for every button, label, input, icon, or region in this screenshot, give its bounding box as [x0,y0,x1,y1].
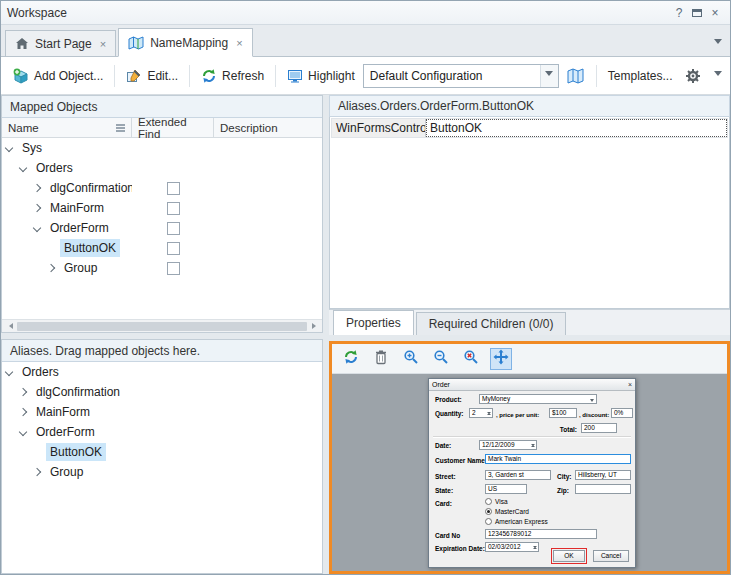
date-label: Date: [435,442,451,450]
tree-name-cell: ButtonOK [2,443,322,461]
editor-tabstrip: Properties Required Children (0/0) [329,309,730,335]
order-dialog-preview: Order × Product: MyMoney Quantity: 2 , p… [428,378,636,568]
tree-name-cell: ButtonOK [2,239,132,257]
toolbar-separator [114,65,115,87]
expand-chevron-icon[interactable] [19,388,27,396]
column-header-extended-find[interactable]: Extended Find [132,118,214,137]
close-button[interactable]: × [706,4,724,22]
total-field: 200 [581,423,617,433]
tab-list-dropdown-icon[interactable] [714,37,722,51]
configuration-value: Default Configuration [364,69,540,83]
pan-icon [493,349,509,368]
collapse-chevron-icon[interactable] [19,164,27,172]
help-button[interactable]: ? [670,4,688,22]
configuration-combobox[interactable]: Default Configuration [363,64,559,88]
settings-button[interactable] [681,64,705,88]
radio-label: MasterCard [495,508,529,515]
object-name-cell[interactable]: ButtonOK [426,119,727,137]
preview-delete-button[interactable] [370,348,392,370]
expand-chevron-icon[interactable] [47,264,55,272]
tab-label: Start Page [35,37,92,51]
refresh-button[interactable]: Refresh [197,64,268,88]
ok-button-highlight: OK [551,548,587,564]
extended-find-checkbox[interactable] [167,182,180,195]
combo-dropdown-icon[interactable] [540,65,558,87]
toolbar-overflow-icon[interactable] [714,69,722,83]
column-header-description[interactable]: Description [214,118,322,137]
tree-item-buttonok[interactable]: ButtonOK [2,238,322,258]
tree-item-orders[interactable]: Orders [2,158,322,178]
preview-pan-button[interactable] [490,348,512,370]
expand-chevron-icon[interactable] [33,468,41,476]
tab-namemapping[interactable]: NameMapping × [118,28,252,57]
aliases-tree: OrdersdlgConfirmationMainFormOrderFormBu… [2,362,322,573]
tab-close-icon[interactable]: × [236,37,242,49]
scroll-right-icon[interactable] [308,320,322,332]
toolbar-separator [275,65,276,87]
tab-required-children[interactable]: Required Children (0/0) [416,312,567,335]
collapse-chevron-icon[interactable] [5,368,13,376]
collapse-chevron-icon[interactable] [33,224,41,232]
tree-item-orders[interactable]: Orders [2,362,322,382]
zoom-out-icon [433,349,449,368]
tab-start-page[interactable]: Start Page × [5,30,116,57]
tree-item-orderform[interactable]: OrderForm [2,422,322,442]
tree-node-label: dlgConfirmation [32,383,124,401]
street-field: 3, Garden st [485,470,551,480]
tree-name-cell: Group [2,463,322,481]
tree-node-label: OrderForm [46,219,113,237]
tree-item-dlgconfirmation[interactable]: dlgConfirmation [2,178,322,198]
edit-button[interactable]: Edit... [122,64,182,88]
preview-refresh-button[interactable] [340,348,362,370]
expand-chevron-icon[interactable] [33,184,41,192]
main-area: Mapped Objects Name Extended Find Descri… [1,95,730,574]
restore-button[interactable] [688,4,706,22]
zoom-reset-icon [463,349,479,368]
tree-item-group[interactable]: Group [2,258,322,278]
tab-properties[interactable]: Properties [333,310,414,335]
extended-find-cell [132,182,214,195]
tree-item-group[interactable]: Group [2,462,322,482]
price-label: , price per unit: [496,411,539,419]
tab-close-icon[interactable]: × [100,38,106,50]
preview-zoom-out-button[interactable] [430,348,452,370]
extended-find-checkbox[interactable] [167,262,180,275]
column-header-name[interactable]: Name [2,118,132,137]
radio-icon [485,498,492,505]
object-editor-row[interactable]: WinFormsControl ButtonOK [331,118,728,138]
add-object-button[interactable]: Add Object... [9,64,107,88]
zip-label: Zip: [557,487,569,495]
highlight-button[interactable]: Highlight [283,64,359,88]
product-label: Product: [435,396,462,404]
scrollbar-thumb[interactable] [17,322,307,331]
card-options-group: VisaMasterCardAmerican Express [485,497,548,525]
highlight-icon [287,68,303,84]
templates-button[interactable]: Templates... [604,65,677,87]
cancel-button: Cancel [593,550,629,562]
tree-item-orderform[interactable]: OrderForm [2,218,322,238]
tree-name-cell: Orders [2,159,132,177]
collapse-chevron-icon[interactable] [5,144,13,152]
preview-zoom-in-button[interactable] [400,348,422,370]
scroll-left-icon[interactable] [2,320,16,332]
tree-name-cell: Orders [2,363,322,381]
horizontal-scrollbar[interactable] [2,319,322,332]
tree-item-dlgconfirmation[interactable]: dlgConfirmation [2,382,322,402]
tree-item-buttonok[interactable]: ButtonOK [2,442,322,462]
mapping-refresh-button[interactable] [563,64,589,88]
sort-icon[interactable] [116,123,125,132]
extended-find-checkbox[interactable] [167,242,180,255]
collapse-chevron-icon[interactable] [19,428,27,436]
tree-item-sys[interactable]: Sys [2,138,322,158]
tree-item-mainform[interactable]: MainForm [2,402,322,422]
tree-name-cell: Sys [2,139,132,157]
tree-node-label: Group [46,463,87,481]
tree-node-label: Orders [18,363,63,381]
preview-canvas: Order × Product: MyMoney Quantity: 2 , p… [332,374,727,571]
expand-chevron-icon[interactable] [33,204,41,212]
tree-item-mainform[interactable]: MainForm [2,198,322,218]
expand-chevron-icon[interactable] [19,408,27,416]
preview-zoom-reset-button[interactable] [460,348,482,370]
extended-find-checkbox[interactable] [167,202,180,215]
extended-find-checkbox[interactable] [167,222,180,235]
